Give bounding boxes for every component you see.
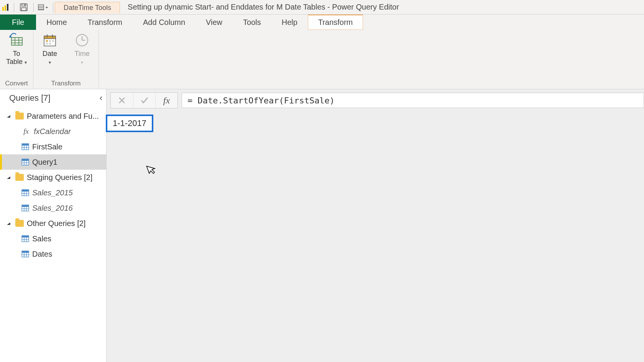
svg-rect-1 bbox=[5, 5, 6, 11]
tab-context-transform[interactable]: Transform bbox=[308, 15, 363, 30]
window-title: Setting up dynamic Start- and Enddates f… bbox=[128, 3, 644, 11]
svg-rect-46 bbox=[22, 205, 29, 207]
svg-rect-5 bbox=[21, 8, 26, 11]
svg-rect-41 bbox=[22, 190, 29, 192]
app-icon bbox=[2, 3, 10, 11]
folder-icon bbox=[15, 174, 24, 181]
check-icon bbox=[141, 97, 148, 104]
time-button[interactable]: Time▾ bbox=[69, 33, 95, 79]
ribbon-group-convert-label: Convert bbox=[4, 79, 29, 87]
folder-label: Staging Queries [2] bbox=[27, 173, 92, 182]
queries-pane-title: Queries [7] bbox=[9, 93, 51, 103]
fx-icon: fx bbox=[163, 95, 170, 106]
clock-icon bbox=[75, 33, 89, 48]
svg-rect-6 bbox=[24, 4, 25, 5]
query-item[interactable]: fxfxCalendar bbox=[0, 124, 106, 139]
query-label: Query1 bbox=[32, 158, 58, 167]
qat-options-button[interactable] bbox=[38, 2, 49, 13]
svg-rect-0 bbox=[2, 7, 4, 11]
tab-home[interactable]: Home bbox=[36, 15, 77, 30]
svg-marker-11 bbox=[46, 7, 48, 8]
svg-rect-23 bbox=[49, 40, 51, 42]
table-icon bbox=[21, 143, 29, 151]
query-item[interactable]: FirstSale bbox=[0, 139, 106, 154]
tab-help[interactable]: Help bbox=[271, 15, 308, 30]
folder-row[interactable]: ◢Other Queries [2] bbox=[0, 216, 106, 231]
table-icon bbox=[21, 235, 29, 242]
folder-label: Other Queries [2] bbox=[27, 219, 85, 228]
to-table-button[interactable]: To Table ▾ bbox=[4, 33, 29, 79]
svg-rect-4 bbox=[22, 4, 26, 6]
folder-label: Parameters and Fu... bbox=[27, 112, 99, 121]
contextual-tab-title: DateTime Tools bbox=[55, 2, 120, 13]
tab-transform[interactable]: Transform bbox=[77, 15, 133, 30]
svg-rect-19 bbox=[44, 36, 56, 39]
query-label: Dates bbox=[32, 250, 52, 259]
query-label: Sales_2016 bbox=[32, 204, 73, 213]
query-label: Sales_2015 bbox=[32, 188, 73, 197]
svg-rect-31 bbox=[22, 144, 29, 146]
commit-formula-button[interactable] bbox=[133, 93, 155, 108]
tab-add-column[interactable]: Add Column bbox=[133, 15, 196, 30]
queries-pane: Queries [7] ‹ ◢Parameters and Fu...fxfxC… bbox=[0, 89, 107, 362]
expander-icon: ◢ bbox=[7, 114, 12, 118]
folder-icon bbox=[15, 220, 24, 227]
collapse-pane-button[interactable]: ‹ bbox=[100, 93, 102, 103]
to-table-label: To Table ▾ bbox=[6, 50, 27, 66]
query-item[interactable]: Sales_2016 bbox=[0, 200, 106, 216]
tab-file[interactable]: File bbox=[0, 15, 36, 30]
query-item[interactable]: Dates bbox=[0, 246, 106, 262]
svg-rect-2 bbox=[7, 4, 8, 11]
to-table-icon bbox=[9, 33, 24, 48]
table-icon bbox=[21, 189, 29, 197]
query-label: fxCalendar bbox=[34, 127, 71, 136]
query-item[interactable]: Query1 bbox=[0, 154, 106, 170]
save-button[interactable] bbox=[18, 2, 30, 13]
x-icon bbox=[118, 97, 125, 104]
formula-bar-input[interactable]: = Date.StartOfYear(FirstSale) bbox=[182, 93, 644, 108]
date-label: Date▾ bbox=[43, 50, 57, 66]
svg-rect-56 bbox=[22, 251, 29, 253]
formula-bar-buttons: fx bbox=[110, 92, 178, 108]
svg-rect-12 bbox=[12, 38, 22, 45]
table-icon bbox=[21, 250, 29, 258]
ribbon-group-convert: To Table ▾ Convert bbox=[0, 30, 33, 89]
table-icon bbox=[21, 204, 29, 212]
ribbon-group-transform-label: Transform bbox=[37, 79, 95, 87]
result-value-cell[interactable]: 1-1-2017 bbox=[106, 115, 153, 132]
tab-view[interactable]: View bbox=[196, 15, 233, 30]
cancel-formula-button[interactable] bbox=[111, 93, 133, 108]
svg-rect-36 bbox=[22, 159, 29, 161]
query-item[interactable]: Sales bbox=[0, 231, 106, 246]
query-label: Sales bbox=[32, 234, 51, 243]
svg-rect-24 bbox=[52, 40, 54, 42]
expander-icon: ◢ bbox=[7, 221, 12, 225]
svg-rect-25 bbox=[46, 43, 48, 44]
fx-icon: fx bbox=[21, 127, 31, 136]
time-label: Time▾ bbox=[74, 50, 89, 66]
ribbon-group-transform: Date▾ Time▾ Transform bbox=[33, 30, 99, 89]
query-label: FirstSale bbox=[32, 143, 62, 151]
folder-icon bbox=[15, 113, 24, 120]
date-button[interactable]: Date▾ bbox=[37, 33, 62, 79]
svg-rect-26 bbox=[49, 43, 51, 44]
tab-tools[interactable]: Tools bbox=[233, 15, 271, 30]
svg-rect-51 bbox=[22, 236, 29, 238]
fx-button[interactable]: fx bbox=[155, 93, 177, 108]
folder-row[interactable]: ◢Parameters and Fu... bbox=[0, 108, 106, 124]
folder-row[interactable]: ◢Staging Queries [2] bbox=[0, 170, 106, 185]
query-item[interactable]: Sales_2015 bbox=[0, 185, 106, 200]
expander-icon: ◢ bbox=[7, 175, 12, 179]
calendar-icon bbox=[43, 33, 57, 48]
svg-rect-22 bbox=[46, 40, 48, 42]
table-icon bbox=[21, 158, 29, 166]
